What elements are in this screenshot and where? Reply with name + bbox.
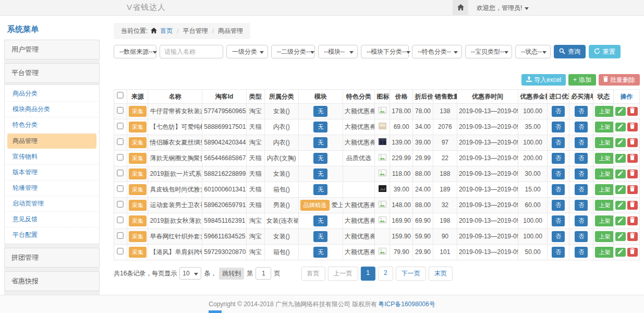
- data-source-select[interactable]: --数据来源--: [114, 45, 156, 58]
- breadcrumb-item[interactable]: 商品管理: [218, 27, 243, 35]
- import-toggle-button[interactable]: 否: [552, 184, 565, 195]
- sidebar-group[interactable]: 拼团管理: [4, 248, 100, 268]
- status-button[interactable]: 上架: [595, 231, 613, 242]
- status-button[interactable]: 上架: [595, 137, 613, 148]
- sidebar-subitem[interactable]: 轮播管理: [5, 180, 99, 196]
- icp-link[interactable]: 粤ICP备16098006号: [378, 300, 435, 309]
- jump-button[interactable]: 跳转到: [219, 268, 244, 280]
- delete-button[interactable]: [627, 154, 638, 163]
- mustbuy-toggle-button[interactable]: 否: [575, 153, 588, 164]
- status-select[interactable]: --状态--: [515, 45, 551, 58]
- user-menu[interactable]: 欢迎您，管理员!: [477, 4, 529, 13]
- row-checkbox[interactable]: [117, 138, 124, 145]
- delete-button[interactable]: [627, 232, 638, 241]
- module-subcategory-select[interactable]: --模块下分类--: [361, 45, 409, 58]
- edit-button[interactable]: [615, 248, 626, 257]
- per-page-select[interactable]: 10: [179, 267, 201, 280]
- delete-button[interactable]: [627, 170, 638, 178]
- row-checkbox[interactable]: [117, 248, 124, 254]
- mustbuy-toggle-button[interactable]: 否: [575, 247, 588, 258]
- edit-button[interactable]: [615, 216, 626, 225]
- import-toggle-button[interactable]: 否: [552, 168, 565, 179]
- breadcrumb-home-link[interactable]: 首页: [160, 27, 173, 35]
- mustbuy-toggle-button[interactable]: 否: [575, 184, 588, 195]
- status-button[interactable]: 上架: [595, 153, 613, 164]
- home-button[interactable]: [453, 0, 468, 16]
- edit-button[interactable]: [615, 107, 626, 116]
- row-checkbox[interactable]: [117, 232, 124, 238]
- import-toggle-button[interactable]: 否: [552, 153, 565, 164]
- row-checkbox[interactable]: [117, 107, 124, 113]
- feature-category-select[interactable]: --特色分类--: [412, 45, 462, 58]
- status-button[interactable]: 上架: [595, 247, 613, 258]
- delete-button[interactable]: [627, 248, 638, 257]
- batch-delete-button[interactable]: 批量删除: [599, 74, 640, 86]
- import-toggle-button[interactable]: 否: [552, 122, 565, 133]
- search-button[interactable]: 查询: [554, 45, 586, 58]
- edit-button[interactable]: [615, 170, 626, 178]
- delete-button[interactable]: [627, 185, 638, 194]
- delete-button[interactable]: [627, 201, 638, 210]
- breadcrumb-item[interactable]: 平台管理: [183, 27, 208, 35]
- mustbuy-toggle-button[interactable]: 否: [575, 215, 588, 226]
- sidebar-group[interactable]: 省惠快报: [4, 271, 100, 291]
- import-toggle-button[interactable]: 否: [552, 231, 565, 242]
- row-checkbox[interactable]: [117, 216, 124, 223]
- edit-button[interactable]: [615, 123, 626, 131]
- page-button[interactable]: 末页: [429, 267, 453, 281]
- import-toggle-button[interactable]: 否: [552, 215, 565, 226]
- sidebar-subitem[interactable]: 宣传物料: [5, 149, 99, 165]
- sidebar-subitem[interactable]: 启动页管理: [5, 196, 99, 212]
- sidebar-subitem[interactable]: 模块商品分类: [5, 102, 99, 117]
- sidebar-subitem[interactable]: 特色分类: [5, 117, 99, 133]
- mustbuy-toggle-button[interactable]: 否: [575, 200, 588, 211]
- import-toggle-button[interactable]: 否: [552, 200, 565, 211]
- status-button[interactable]: 上架: [595, 215, 613, 226]
- mustbuy-toggle-button[interactable]: 否: [575, 231, 588, 242]
- delete-button[interactable]: [627, 123, 638, 131]
- status-button[interactable]: 上架: [595, 200, 613, 211]
- edit-button[interactable]: [615, 185, 626, 194]
- status-button[interactable]: 上架: [595, 168, 613, 179]
- delete-button[interactable]: [627, 107, 638, 116]
- status-button[interactable]: 上架: [595, 122, 613, 133]
- sidebar-subitem[interactable]: 平台配置: [5, 227, 99, 243]
- page-button[interactable]: 上一页: [327, 267, 358, 281]
- mustbuy-toggle-button[interactable]: 否: [575, 106, 588, 117]
- import-toggle-button[interactable]: 否: [552, 137, 565, 148]
- row-checkbox[interactable]: [117, 201, 124, 207]
- status-button[interactable]: 上架: [595, 184, 613, 195]
- name-search-input[interactable]: [160, 45, 223, 58]
- item-type-select[interactable]: --宝贝类型--: [465, 45, 512, 58]
- page-number-input[interactable]: [256, 267, 271, 280]
- mustbuy-toggle-button[interactable]: 否: [575, 122, 588, 133]
- row-checkbox[interactable]: [117, 185, 124, 191]
- sidebar-group-users[interactable]: 用户管理: [4, 40, 100, 59]
- page-button[interactable]: 2: [378, 267, 393, 281]
- import-excel-button[interactable]: 导入excel: [521, 74, 566, 86]
- mustbuy-toggle-button[interactable]: 否: [575, 137, 588, 148]
- add-button[interactable]: + 添加: [568, 74, 596, 86]
- edit-button[interactable]: [615, 201, 626, 210]
- reset-button[interactable]: 重置: [589, 45, 621, 58]
- sidebar-subitem[interactable]: 意见反馈: [5, 212, 99, 227]
- row-checkbox[interactable]: [117, 123, 124, 129]
- edit-button[interactable]: [615, 232, 626, 241]
- select-all-checkbox[interactable]: [117, 92, 124, 98]
- import-toggle-button[interactable]: 否: [552, 247, 565, 258]
- status-button[interactable]: 上架: [595, 106, 613, 117]
- level1-category-select[interactable]: 一级分类: [226, 45, 268, 58]
- level2-category-select[interactable]: --二级分类--: [271, 45, 315, 58]
- sidebar-group-platform[interactable]: 平台管理: [4, 63, 100, 83]
- page-button[interactable]: 1: [360, 267, 375, 281]
- row-checkbox[interactable]: [117, 170, 124, 176]
- mustbuy-toggle-button[interactable]: 否: [575, 168, 588, 179]
- sidebar-subitem[interactable]: 版本管理: [5, 165, 99, 180]
- sidebar-subitem[interactable]: 商品管理: [7, 134, 96, 149]
- module-select[interactable]: --模块--: [318, 45, 358, 58]
- edit-button[interactable]: [615, 154, 626, 163]
- edit-button[interactable]: [615, 138, 626, 147]
- page-button[interactable]: 首页: [301, 267, 325, 281]
- sidebar-subitem[interactable]: 商品分类: [5, 86, 99, 102]
- row-checkbox[interactable]: [117, 154, 124, 160]
